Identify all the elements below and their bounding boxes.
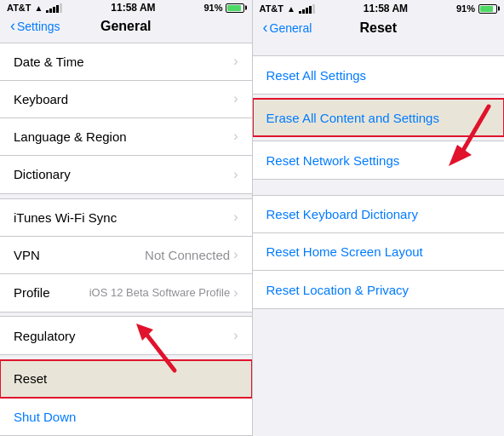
label-keyboard: Keyboard [14, 92, 68, 106]
list-item-vpn[interactable]: VPN Not Connected › [0, 237, 252, 274]
wifi-icon-left: ▲ [35, 3, 43, 13]
value-vpn: Not Connected [145, 248, 230, 262]
list-item-date-time[interactable]: Date & Time › [0, 43, 252, 81]
list-item-reset-home[interactable]: Reset Home Screen Layout [253, 233, 505, 271]
label-shutdown: Shut Down [14, 410, 76, 424]
back-label-left: Settings [17, 20, 60, 33]
list-item-language[interactable]: Language & Region › [0, 118, 252, 156]
list-group-l3: Regulatory › [0, 316, 252, 355]
nav-header-right: ‹ General Reset [253, 17, 505, 40]
label-erase: Erase All Content and Settings [266, 111, 439, 125]
list-item-reset[interactable]: Reset [0, 360, 252, 398]
back-label-right: General [270, 21, 312, 35]
nav-title-right: Reset [359, 20, 397, 36]
list-group-l4: Reset Shut Down [0, 359, 252, 436]
signal-percent-left: 91% [203, 3, 222, 13]
label-regulatory: Regulatory [14, 329, 76, 343]
list-group-r2: Erase All Content and Settings [253, 98, 505, 137]
battery-fill-right [480, 6, 493, 12]
signal-percent-right: 91% [456, 3, 475, 14]
status-left-right: AT&T ▲ [260, 3, 315, 14]
chevron-itunes: › [233, 209, 238, 225]
label-dictionary: Dictionary [14, 167, 71, 181]
right-date-time: › [233, 54, 238, 69]
list-item-shutdown[interactable]: Shut Down [0, 398, 252, 435]
signal-bars-left [46, 3, 62, 13]
battery-fill-left [227, 5, 240, 11]
signal-bars-right [299, 4, 315, 14]
value-profile: iOS 12 Beta Software Profile [89, 286, 230, 299]
right-profile: iOS 12 Beta Software Profile › [89, 285, 238, 301]
right-keyboard: › [233, 91, 238, 106]
status-right-right: 91% [456, 3, 497, 14]
time-left: 11:58 AM [111, 2, 155, 14]
label-vpn: VPN [14, 248, 40, 262]
label-reset: Reset [14, 371, 47, 386]
spacer-r1 [253, 40, 505, 55]
list-group-l1: Date & Time › Keyboard › Language & Regi… [0, 43, 252, 194]
list-item-erase[interactable]: Erase All Content and Settings [253, 99, 505, 136]
carrier-left: AT&T [7, 3, 32, 13]
label-reset-location: Reset Location & Privacy [266, 283, 410, 297]
right-dictionary: › [233, 167, 238, 182]
list-item-profile[interactable]: Profile iOS 12 Beta Software Profile › [0, 274, 252, 312]
status-left: AT&T ▲ [7, 3, 62, 13]
spacer-r4 [253, 180, 505, 195]
list-item-reset-location[interactable]: Reset Location & Privacy [253, 271, 505, 308]
chevron-date-time: › [233, 54, 238, 69]
page-wrapper: AT&T ▲ 11:58 AM 91% ‹ [0, 0, 504, 436]
label-profile: Profile [14, 285, 50, 300]
back-button-left[interactable]: ‹ Settings [10, 19, 60, 33]
list-item-reset-network[interactable]: Reset Network Settings [253, 141, 505, 179]
status-right-left: 91% [203, 3, 244, 13]
label-reset-network: Reset Network Settings [266, 153, 400, 168]
list-item-regulatory[interactable]: Regulatory › [0, 317, 252, 354]
label-reset-all: Reset All Settings [266, 68, 367, 83]
label-date-time: Date & Time [14, 54, 84, 69]
right-panel: AT&T ▲ 11:58 AM 91% ‹ [253, 0, 505, 436]
list-item-itunes[interactable]: iTunes Wi-Fi Sync › [0, 199, 252, 237]
wifi-icon-right: ▲ [287, 4, 295, 14]
chevron-vpn: › [233, 247, 238, 262]
chevron-keyboard: › [233, 91, 238, 106]
list-item-keyboard[interactable]: Keyboard › [0, 81, 252, 118]
right-regulatory: › [233, 328, 238, 343]
list-item-dictionary[interactable]: Dictionary › [0, 156, 252, 193]
nav-header-left: ‹ Settings General [0, 15, 252, 38]
list-group-l2: iTunes Wi-Fi Sync › VPN Not Connected › … [0, 198, 252, 313]
nav-title-left: General [100, 19, 152, 34]
status-bar-right: AT&T ▲ 11:58 AM 91% [253, 0, 505, 17]
status-bar-left: AT&T ▲ 11:58 AM 91% [0, 0, 252, 15]
chevron-language: › [233, 129, 238, 144]
right-language: › [233, 129, 238, 144]
chevron-regulatory: › [233, 328, 238, 343]
back-chevron-left: ‹ [10, 18, 15, 33]
right-itunes: › [233, 209, 238, 225]
label-itunes: iTunes Wi-Fi Sync [14, 210, 117, 225]
chevron-dictionary: › [233, 167, 238, 182]
battery-right [478, 4, 497, 14]
back-chevron-right: ‹ [263, 20, 268, 35]
list-item-reset-keyboard[interactable]: Reset Keyboard Dictionary [253, 196, 505, 233]
battery-left [226, 3, 244, 13]
label-reset-home: Reset Home Screen Layout [266, 244, 423, 259]
label-language: Language & Region [14, 129, 127, 144]
label-reset-keyboard: Reset Keyboard Dictionary [266, 207, 418, 221]
chevron-profile: › [233, 285, 238, 301]
left-panel: AT&T ▲ 11:58 AM 91% ‹ [0, 0, 252, 436]
right-vpn: Not Connected › [145, 247, 238, 262]
carrier-right: AT&T [260, 3, 284, 14]
list-group-r1: Reset All Settings [253, 55, 505, 95]
time-right: 11:58 AM [364, 3, 408, 14]
list-group-r4: Reset Keyboard Dictionary Reset Home Scr… [253, 195, 505, 309]
list-group-r3: Reset Network Settings [253, 141, 505, 180]
list-item-reset-all[interactable]: Reset All Settings [253, 56, 505, 94]
back-button-right[interactable]: ‹ General [263, 20, 312, 35]
